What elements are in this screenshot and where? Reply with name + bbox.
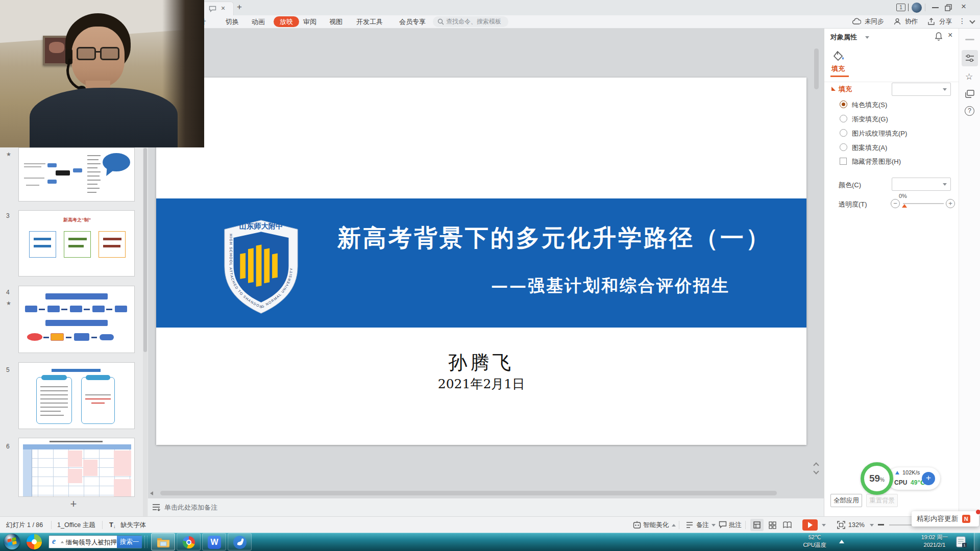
- radio-solid-label[interactable]: 纯色填充(S): [852, 101, 887, 110]
- cpu-temp-tray[interactable]: 52℃ CPU温度: [796, 534, 833, 549]
- transparency-slider-thumb[interactable]: [902, 204, 907, 208]
- comments-button[interactable]: 批注: [729, 517, 742, 533]
- section-collapse-icon[interactable]: [831, 87, 836, 91]
- radio-picture-label[interactable]: 图片或纹理填充(P): [852, 129, 907, 138]
- radio-gradient-fill[interactable]: [840, 115, 847, 122]
- memory-usage-ring[interactable]: 59%: [861, 462, 893, 495]
- slide-subtitle[interactable]: ——强基计划和综合评价招生: [442, 274, 779, 297]
- close-window-icon[interactable]: ×: [961, 2, 966, 12]
- missing-font[interactable]: 缺失字体: [120, 517, 146, 533]
- restore-icon[interactable]: [945, 4, 952, 11]
- add-slide-button[interactable]: +: [63, 498, 84, 511]
- menu-view[interactable]: 视图: [327, 15, 345, 28]
- panel-close-icon[interactable]: ×: [948, 31, 952, 40]
- taskbar-swan-app-button[interactable]: [228, 533, 252, 550]
- switch-window-icon[interactable]: 1: [896, 4, 905, 11]
- help-icon[interactable]: ?: [965, 106, 974, 116]
- tray-notes-app-icon[interactable]: 1: [955, 536, 968, 548]
- new-tab-button[interactable]: +: [237, 2, 242, 12]
- canvas-hscroll-thumb[interactable]: [160, 491, 777, 495]
- zoom-level[interactable]: 132%: [848, 517, 865, 533]
- reading-view-icon[interactable]: [783, 521, 792, 529]
- play-options-caret-icon[interactable]: [822, 524, 826, 527]
- start-button[interactable]: [4, 534, 20, 549]
- perf-widget-pill[interactable]: 102K/s CPU 49℃ +: [887, 467, 940, 490]
- deskband-grip[interactable]: [144, 536, 148, 548]
- search-go-button[interactable]: 搜索一下: [117, 536, 142, 548]
- boost-plus-button[interactable]: +: [922, 472, 935, 485]
- radio-solid-fill[interactable]: [840, 101, 847, 108]
- transparency-slider-track[interactable]: [903, 203, 944, 204]
- canvas-vscroll-thumb[interactable]: [814, 48, 819, 89]
- fit-window-icon[interactable]: [837, 521, 845, 529]
- menu-member[interactable]: 会员专享: [397, 15, 428, 28]
- beautify-button[interactable]: 智能美化: [643, 517, 669, 533]
- slide-thumbnail-3[interactable]: 新高考之“制”: [18, 210, 135, 277]
- scroll-down-icon[interactable]: [813, 468, 819, 474]
- tab-close-icon[interactable]: ×: [221, 4, 225, 12]
- notes-bar[interactable]: 单击此处添加备注: [148, 498, 824, 516]
- sync-status[interactable]: 未同步: [863, 15, 886, 28]
- more-menu-icon[interactable]: ⋮: [959, 17, 966, 25]
- strip-handle-icon[interactable]: [965, 39, 974, 40]
- notes-toggle-button[interactable]: 备注: [696, 517, 709, 533]
- taskbar-wps-button[interactable]: W: [202, 533, 226, 550]
- effects-star-icon[interactable]: ☆: [965, 71, 973, 82]
- switch-panel-icon[interactable]: [965, 90, 974, 98]
- object-properties-tool-active[interactable]: [962, 50, 978, 66]
- notes-placeholder[interactable]: 单击此处添加备注: [164, 503, 217, 512]
- account-avatar[interactable]: [912, 3, 922, 13]
- slide-sorter-view-icon[interactable]: [769, 521, 776, 529]
- zoom-out-icon[interactable]: [878, 524, 884, 525]
- fill-tab[interactable]: 填充: [831, 64, 845, 73]
- slide-thumbnail-5[interactable]: [18, 362, 135, 429]
- security-suite-icon[interactable]: [27, 534, 42, 549]
- fill-style-dropdown[interactable]: [892, 83, 951, 96]
- slide-canvas[interactable]: 山东师大附中 HIGH SCHOOL ATTACHED TO SHANDONG …: [156, 78, 806, 445]
- scroll-up-icon[interactable]: [813, 462, 819, 468]
- taskbar-search-box[interactable]: e 缅甸领导人被扣押 搜索一下: [48, 535, 142, 548]
- share-button[interactable]: 分享: [937, 15, 954, 28]
- update-tooltip[interactable]: 精彩内容更新 N: [912, 511, 979, 527]
- slide-author[interactable]: 孙腾飞: [156, 350, 806, 375]
- slides-scrollbar-thumb[interactable]: [143, 148, 147, 352]
- menu-review[interactable]: 审阅: [301, 15, 318, 28]
- minimize-icon[interactable]: [932, 7, 939, 8]
- collapse-ribbon-icon[interactable]: [969, 18, 975, 23]
- slide-thumbnail-4[interactable]: [18, 286, 135, 353]
- slide-title[interactable]: 新高考背景下的多元化升学路径（一）: [299, 222, 810, 254]
- tray-expand-icon[interactable]: [839, 540, 844, 543]
- show-desktop-button[interactable]: [974, 533, 980, 551]
- panel-title[interactable]: 对象属性: [830, 33, 857, 42]
- normal-view-button-active[interactable]: [750, 519, 764, 531]
- apply-all-button[interactable]: 全部应用: [830, 494, 862, 507]
- taskbar-browser-button[interactable]: [177, 533, 201, 550]
- menu-slideshow-active[interactable]: 放映: [274, 16, 299, 27]
- collaborate-button[interactable]: 协作: [903, 15, 920, 28]
- radio-pattern-fill[interactable]: [840, 143, 847, 151]
- radio-gradient-label[interactable]: 渐变填充(G): [852, 115, 888, 124]
- pin-bell-icon[interactable]: [935, 32, 943, 41]
- command-search-box[interactable]: 查找命令、搜索模板: [433, 16, 508, 27]
- menu-animation[interactable]: 动画: [250, 15, 267, 28]
- tray-clock[interactable]: 19:02 周一 2021/2/1: [918, 534, 951, 549]
- transparency-plus-button[interactable]: +: [946, 199, 955, 208]
- search-news-text[interactable]: 缅甸领导人被扣押: [66, 538, 117, 547]
- radio-pattern-label[interactable]: 图案填充(A): [852, 143, 887, 153]
- taskbar-explorer-button-active[interactable]: [151, 533, 175, 550]
- menu-transition[interactable]: 切换: [224, 15, 241, 28]
- color-dropdown[interactable]: [892, 178, 951, 191]
- canvas-vscrollbar[interactable]: [814, 31, 819, 477]
- checkbox-hide-background[interactable]: [840, 158, 847, 165]
- slide-thumbnail-2[interactable]: [18, 147, 135, 202]
- slide-date[interactable]: 2021年2月1日: [156, 375, 806, 392]
- scroll-left-icon[interactable]: [150, 491, 153, 495]
- canvas-hscrollbar[interactable]: [149, 490, 782, 496]
- checkbox-hide-bg-label[interactable]: 隐藏背景图形(H): [852, 157, 901, 166]
- search-dropdown-caret-icon[interactable]: [61, 541, 64, 543]
- radio-picture-fill[interactable]: [840, 129, 847, 137]
- theme-name[interactable]: 1_Office 主题: [57, 517, 95, 533]
- reset-background-button[interactable]: 重置背景: [866, 494, 898, 507]
- slide-thumbnail-6[interactable]: [18, 438, 135, 497]
- transparency-minus-button[interactable]: −: [891, 199, 900, 208]
